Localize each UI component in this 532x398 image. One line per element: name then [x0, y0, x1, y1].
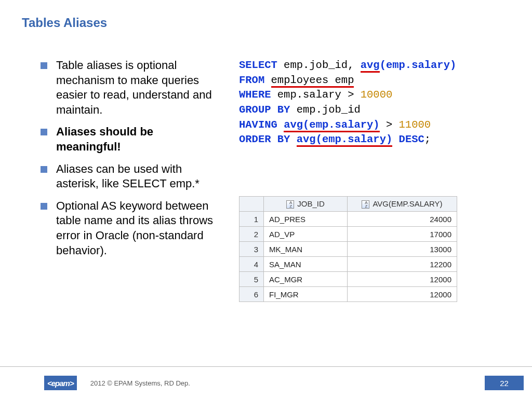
cell-avg: 13000 — [348, 242, 457, 257]
cell-avg: 17000 — [348, 227, 457, 242]
sql-keyword-select: SELECT — [239, 59, 277, 71]
sql-keyword-from: FROM — [239, 74, 264, 86]
sql-text — [264, 74, 271, 86]
row-number: 2 — [240, 227, 264, 242]
sql-keyword-where: WHERE — [239, 89, 271, 101]
sql-number: 10000 — [361, 89, 393, 101]
sql-text — [290, 133, 296, 145]
footer-divider — [0, 366, 532, 367]
row-number: 5 — [240, 272, 264, 287]
sql-avg-func: avg — [297, 133, 316, 147]
sql-avg-func: avg — [361, 59, 380, 73]
table-row: 1 AD_PRES 24000 — [240, 212, 457, 227]
left-column: Table aliases is optional mechanism to m… — [41, 58, 217, 265]
sql-line: ORDER BY avg(emp.salary) DESC; — [239, 132, 520, 147]
sql-keyword-groupby: GROUP BY — [239, 104, 290, 116]
slide-title: Tables Aliases — [22, 16, 107, 30]
page-number: 22 — [485, 376, 524, 390]
row-number: 3 — [240, 242, 264, 257]
result-table: AZJOB_ID AZAVG(EMP.SALARY) 1 AD_PRES 240… — [239, 196, 457, 302]
bullet-list: Table aliases is optional mechanism to m… — [41, 58, 217, 258]
copyright-text: 2012 © EPAM Systems, RD Dep. — [90, 379, 190, 387]
sql-avg-func: avg — [284, 119, 303, 132]
table-row: 2 AD_VP 17000 — [240, 227, 457, 242]
epam-logo: <epam> — [44, 376, 77, 390]
sql-line: GROUP BY emp.job_id — [239, 103, 520, 118]
cell-avg: 24000 — [348, 212, 457, 227]
sql-text — [277, 119, 284, 131]
sql-keyword-desc: DESC — [399, 133, 424, 145]
sql-text: ; — [424, 133, 431, 145]
sql-code: SELECT emp.job_id, avg(emp.salary) FROM … — [239, 58, 520, 147]
sql-line: HAVING avg(emp.salary) > 11000 — [239, 118, 520, 133]
sort-icon[interactable]: AZ — [286, 200, 294, 209]
sql-keyword-having: HAVING — [239, 119, 277, 131]
sort-icon[interactable]: AZ — [362, 200, 369, 209]
column-header-job[interactable]: AZJOB_ID — [264, 197, 348, 212]
table-row: 3 MK_MAN 13000 — [240, 242, 457, 257]
bullet-item: Table aliases is optional mechanism to m… — [41, 58, 217, 117]
column-header-label: JOB_ID — [297, 199, 325, 208]
table-row: 6 FI_MGR 12000 — [240, 287, 457, 302]
cell-avg: 12200 — [348, 257, 457, 272]
row-number-header — [240, 197, 264, 212]
sql-line: FROM employees emp — [239, 73, 520, 88]
footer: <epam> 2012 © EPAM Systems, RD Dep. — [0, 376, 532, 390]
row-number: 1 — [240, 212, 264, 227]
sql-text: emp.job_id, — [277, 59, 361, 71]
table-header-row: AZJOB_ID AZAVG(EMP.SALARY) — [240, 197, 457, 212]
table-row: 4 SA_MAN 12200 — [240, 257, 457, 272]
sql-text: > — [380, 119, 399, 131]
sql-text — [392, 133, 398, 145]
sql-block: SELECT emp.job_id, avg(emp.salary) FROM … — [239, 58, 520, 147]
sql-text: emp.job_id — [290, 104, 360, 116]
column-header-avg[interactable]: AZAVG(EMP.SALARY) — [348, 197, 457, 212]
sql-text: (emp.salary) — [380, 59, 457, 71]
sql-text: (emp.salary) — [303, 119, 380, 132]
bullet-item: Aliases should be meaningful! — [41, 125, 217, 154]
column-header-label: AVG(EMP.SALARY) — [373, 199, 442, 208]
sql-number: 11000 — [399, 119, 431, 131]
cell-job: FI_MGR — [264, 287, 348, 302]
cell-job: MK_MAN — [264, 242, 348, 257]
bullet-item: Optional AS keyword between table name a… — [41, 199, 217, 258]
cell-job: AD_VP — [264, 227, 348, 242]
sql-line: SELECT emp.job_id, avg(emp.salary) — [239, 58, 520, 73]
sql-text: (emp.salary) — [316, 133, 393, 147]
cell-job: AC_MGR — [264, 272, 348, 287]
bullet-item: Aliases can be used with asterisk, like … — [41, 162, 217, 191]
cell-job: SA_MAN — [264, 257, 348, 272]
cell-avg: 12000 — [348, 287, 457, 302]
sql-text: emp.salary > — [271, 89, 361, 101]
table-body: 1 AD_PRES 24000 2 AD_VP 17000 3 MK_MAN 1… — [240, 212, 457, 302]
sql-line: WHERE emp.salary > 10000 — [239, 88, 520, 103]
row-number: 4 — [240, 257, 264, 272]
table-row: 5 AC_MGR 12000 — [240, 272, 457, 287]
row-number: 6 — [240, 287, 264, 302]
sql-keyword-orderby: ORDER BY — [239, 133, 290, 145]
sql-table-alias: employees emp — [271, 74, 354, 88]
cell-avg: 12000 — [348, 272, 457, 287]
cell-job: AD_PRES — [264, 212, 348, 227]
